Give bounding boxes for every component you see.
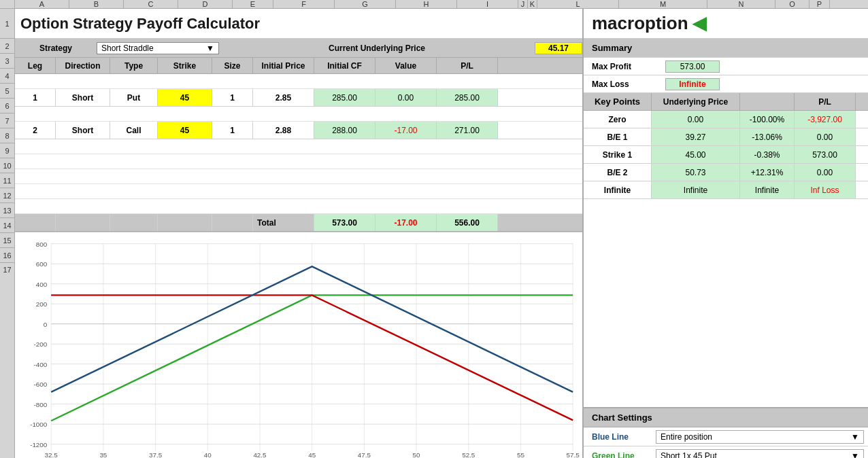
col-i: I (457, 0, 518, 8)
row-numbers: 1 2 3 4 5 6 7 8 9 10 11 12 13 14 15 16 1… (0, 9, 15, 458)
kp-be1-pl: 0.00 (795, 128, 856, 145)
row-9: 9 (0, 143, 14, 158)
main-area: 1 2 3 4 5 6 7 8 9 10 11 12 13 14 15 16 1… (0, 9, 868, 458)
empty-row-14 (15, 199, 582, 214)
col-l: L (537, 0, 619, 8)
kp-row-strike1: Strike 1 45.00 -0.38% 573.00 (584, 146, 868, 164)
svg-text:-400: -400 (34, 361, 48, 368)
svg-text:37.5: 37.5 (149, 451, 163, 458)
kp-strike1-pl: 573.00 (795, 146, 856, 163)
svg-text:45: 45 (308, 451, 316, 458)
td-pl-2: 271.00 (437, 122, 498, 139)
td-type-2: Call (110, 122, 158, 139)
kp-infinite-price: Infinite (652, 181, 740, 198)
td-strike-2[interactable]: 45 (158, 122, 212, 139)
col-g: G (335, 0, 396, 8)
app-title: Option Strategy Payoff Calculator (15, 15, 582, 33)
row-16: 16 (0, 248, 14, 263)
td-total-leg (15, 214, 56, 231)
max-profit-row: Max Profit 573.00 (584, 58, 868, 75)
th-pl: P/L (437, 58, 498, 73)
kp-be2-pct: +12.31% (740, 164, 795, 181)
kp-be2-label: B/E 2 (584, 164, 652, 181)
row-7: 7 (0, 113, 14, 128)
td-size-2[interactable]: 1 (212, 122, 253, 139)
kp-infinite-pct: Infinite (740, 181, 795, 198)
summary-header-label: Summary (584, 43, 868, 53)
th-value: Value (375, 58, 437, 73)
chart-area: 800 600 400 200 0 -200 -400 -600 -800 -1… (15, 232, 582, 458)
svg-text:32.5: 32.5 (45, 451, 59, 458)
kp-strike1-label: Strike 1 (584, 146, 652, 163)
empty-row-8 (15, 107, 582, 122)
td-dir-2: Short (56, 122, 110, 139)
table-row-2: 2 Short Call 45 1 2.88 288.00 -17.00 271… (15, 122, 582, 139)
td-type-1: Put (110, 89, 158, 106)
table-header: Leg Direction Type Strike Size Initial P… (15, 58, 582, 74)
svg-text:-200: -200 (34, 340, 48, 348)
strategy-row: Strategy Short Straddle ▼ Current Underl… (15, 39, 582, 58)
svg-text:600: 600 (36, 260, 48, 268)
row-15: 15 (0, 233, 14, 248)
col-b: B (69, 0, 124, 8)
td-size-1[interactable]: 1 (212, 89, 253, 106)
td-leg-2: 2 (15, 122, 56, 139)
chart-svg: 800 600 400 200 0 -200 -400 -600 -800 -1… (18, 235, 580, 458)
svg-text:800: 800 (36, 241, 48, 248)
th-type: Type (110, 58, 158, 73)
th-initial-cf: Initial CF (314, 58, 375, 73)
cup-label: Current Underlying Price (219, 43, 535, 53)
row-10: 10 (0, 158, 14, 173)
svg-text:200: 200 (36, 300, 48, 308)
green-line-dropdown[interactable]: Short 1x 45 Put ▼ (656, 449, 864, 459)
col-n: N (707, 0, 775, 8)
green-line-value: Short 1x 45 Put (661, 451, 717, 459)
svg-text:52.5: 52.5 (462, 451, 475, 458)
col-header-row: A B C D E F G H I J K L M N O P (0, 0, 868, 9)
blue-line-dropdown-arrow: ▼ (851, 432, 859, 442)
strategy-dropdown[interactable]: Short Straddle ▼ (97, 42, 219, 54)
logo-arrow-icon: ◀ (692, 13, 706, 34)
kp-header-pl: P/L (795, 93, 856, 110)
kp-infinite-label: Infinite (584, 181, 652, 198)
blue-line-setting: Blue Line Entire position ▼ (584, 427, 868, 446)
right-title-area: macroption ◀ (584, 9, 868, 39)
right-panel-spacer (584, 199, 868, 407)
svg-text:-1200: -1200 (30, 441, 48, 448)
td-value-2: -17.00 (375, 122, 437, 139)
blue-line-dropdown[interactable]: Entire position ▼ (656, 430, 864, 444)
col-p: P (809, 0, 830, 8)
row-13: 13 (0, 203, 14, 218)
kp-header-label: Key Points (584, 93, 652, 110)
td-total-label: Total (253, 214, 314, 231)
kp-strike1-price: 45.00 (652, 146, 740, 163)
kp-strike1-pct: -0.38% (740, 146, 795, 163)
empty-row-11 (15, 154, 582, 169)
row-2: 2 (0, 39, 14, 54)
td-strike-1[interactable]: 45 (158, 89, 212, 106)
svg-text:50: 50 (413, 451, 420, 458)
green-line-label: Green Line (584, 451, 652, 459)
max-loss-row: Max Loss Infinite (584, 75, 868, 93)
col-d: D (178, 0, 233, 8)
row-11: 11 (0, 173, 14, 188)
row-14: 14 (0, 218, 14, 233)
green-line-setting: Green Line Short 1x 45 Put ▼ (584, 446, 868, 458)
td-initcf-2: 288.00 (314, 122, 375, 139)
svg-text:55: 55 (517, 451, 524, 458)
row-6: 6 (0, 99, 14, 113)
max-loss-value: Infinite (665, 78, 720, 90)
max-profit-label: Max Profit (584, 62, 665, 71)
col-a: A (15, 0, 69, 8)
td-value-1: 0.00 (375, 89, 437, 106)
blue-line-value: Entire position (661, 432, 712, 442)
max-loss-label: Max Loss (584, 80, 665, 89)
row-3: 3 (0, 54, 14, 69)
kp-be1-price: 39.27 (652, 128, 740, 145)
td-total-pl: 556.00 (437, 214, 498, 231)
svg-text:57.5: 57.5 (567, 451, 580, 458)
kp-be2-price: 50.73 (652, 164, 740, 181)
kp-be1-pct: -13.06% (740, 128, 795, 145)
td-initprice-1[interactable]: 2.85 (253, 89, 314, 106)
td-initprice-2[interactable]: 2.88 (253, 122, 314, 139)
